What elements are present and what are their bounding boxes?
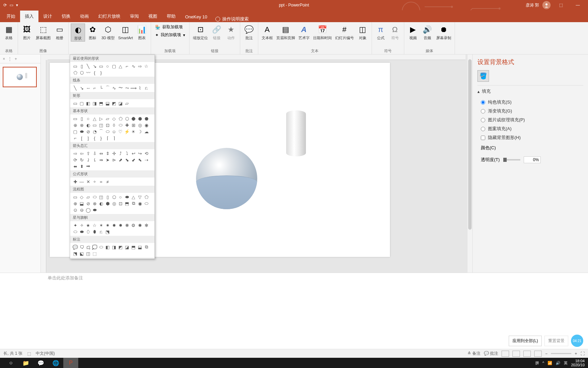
shape-b14[interactable]: ⊗ [79, 122, 85, 128]
link-button[interactable]: 🔗链接 [210, 24, 224, 41]
shape-c1[interactable]: 💬 [72, 244, 78, 250]
shape-b43[interactable]: ⌉ [111, 135, 117, 141]
shape-b15[interactable]: ◐ [85, 122, 91, 128]
shape-c4[interactable]: 💭 [92, 244, 98, 250]
shape-b37[interactable]: ⌐ [72, 135, 78, 141]
shape-s12[interactable]: ✻ [143, 222, 149, 228]
cylinder-shape[interactable] [286, 110, 306, 156]
tab-options-icon[interactable]: ⋮ [8, 57, 12, 61]
zoom-button[interactable]: ⊡缩放定位 [192, 24, 209, 41]
object-button[interactable]: ◫对象 [356, 24, 370, 41]
transparency-input[interactable] [524, 156, 541, 163]
tab-insert[interactable]: 插入 [20, 11, 38, 22]
screenshot-button[interactable]: ⬚屏幕截图 [34, 24, 52, 41]
shape-r2[interactable]: ▢ [79, 100, 85, 106]
shape-s1[interactable]: ✦ [72, 222, 78, 228]
present-icon[interactable]: ▭ [10, 3, 13, 7]
shape-c12[interactable]: ⧉ [143, 244, 149, 250]
shape-a25[interactable]: ⬌ [72, 163, 78, 169]
wifi-icon[interactable]: 📶 [548, 361, 552, 365]
shape-c9[interactable]: ◪ [124, 244, 130, 250]
shape-e5[interactable]: = [98, 179, 104, 185]
shape-freeform1[interactable]: ⬠ [72, 70, 78, 76]
shape-b21[interactable]: ✚ [124, 122, 130, 128]
shape-f27[interactable]: ◯ [85, 207, 91, 213]
shape-a6[interactable]: ⇕ [104, 150, 111, 156]
shape-curve[interactable]: ∿ [130, 63, 136, 69]
fit-window[interactable]: ⛶ [581, 351, 585, 356]
shape-curve1[interactable]: ⌒ [104, 85, 111, 91]
shape-f11[interactable]: ▽ [137, 194, 143, 200]
equation-button[interactable]: π公式 [374, 24, 388, 41]
get-addins-button[interactable]: 🏪获取加载项 [153, 24, 187, 31]
shape-f28[interactable]: ⬬ [92, 207, 98, 213]
shape-s13[interactable]: ⬭ [72, 229, 78, 235]
tab-start[interactable]: 开始 [2, 11, 20, 22]
fill-section-title[interactable]: ▴填充 [477, 88, 583, 94]
shape-s16[interactable]: ⬮ [92, 229, 98, 235]
shape-r4[interactable]: ◨ [92, 100, 98, 106]
shape-arrow-r[interactable]: ⇨ [137, 63, 143, 69]
pattern-fill-radio[interactable] [481, 127, 485, 131]
hide-bg-option[interactable]: 隐藏背景图形(H) [477, 133, 583, 142]
clock-date[interactable]: 2020/10 [571, 363, 585, 367]
shape-f9[interactable]: ⬬ [124, 194, 130, 200]
my-addins-button[interactable]: ✦我的加载项 ▾ [153, 31, 187, 39]
shape-rrect[interactable]: ▢ [111, 63, 117, 69]
shape-a23[interactable]: ⬉ [137, 157, 143, 163]
shape-c10[interactable]: ⬒ [130, 244, 136, 250]
shape-rect[interactable]: ▭ [98, 63, 104, 69]
shape-b16[interactable]: ▭ [92, 122, 98, 128]
shape-a20[interactable]: ⬈ [117, 157, 124, 163]
shape-r7[interactable]: ◩ [111, 100, 117, 106]
shape-vtextbox[interactable]: ▯ [79, 63, 85, 69]
powerpoint-icon[interactable]: P [63, 358, 78, 368]
shape-line1[interactable]: ╲ [72, 85, 78, 91]
wordart-button[interactable]: A艺术字 [297, 24, 311, 41]
shape-b26[interactable]: ⬬ [79, 128, 85, 135]
shape-b34[interactable]: ☀ [130, 128, 136, 135]
shape-f6[interactable]: ▯ [104, 194, 111, 200]
shape-f1[interactable]: ▭ [72, 194, 78, 200]
sphere-shape[interactable] [196, 148, 257, 209]
shape-tri[interactable]: △ [117, 63, 124, 69]
shape-b23[interactable]: ◎ [137, 122, 143, 128]
shape-a4[interactable]: ⇩ [92, 150, 98, 156]
tab-slideshow[interactable]: 幻灯片放映 [94, 11, 125, 22]
shape-f17[interactable]: ◐ [98, 200, 104, 206]
shape-f2[interactable]: ◇ [79, 194, 85, 200]
shape-c15[interactable]: ◫ [85, 250, 91, 257]
shape-f12[interactable]: ⬠ [143, 194, 149, 200]
shape-r1[interactable]: ▭ [72, 100, 78, 106]
shape-e3[interactable]: ✕ [85, 179, 91, 185]
shape-f16[interactable]: ⊗ [92, 200, 98, 206]
shape-s15[interactable]: ⬯ [85, 229, 91, 235]
shape-s2[interactable]: ✧ [79, 222, 85, 228]
solid-fill-radio[interactable] [481, 100, 485, 105]
shape-b6[interactable]: ▱ [104, 116, 111, 122]
notes-toggle[interactable]: ≙ 备注 [468, 351, 480, 356]
tab-animation[interactable]: 动画 [75, 11, 94, 22]
datetime-button[interactable]: 📅日期和时间 [312, 24, 333, 41]
shape-conn1[interactable]: ⤳ [124, 85, 130, 91]
comments-toggle[interactable]: 💬 批注 [484, 351, 498, 356]
shape-textbox[interactable]: ▭ [72, 63, 78, 69]
shape-s4[interactable]: ☆ [92, 222, 98, 228]
tray-up-icon[interactable]: ^ [542, 361, 544, 365]
shape-f3[interactable]: ▱ [85, 194, 91, 200]
shape-b35[interactable]: ☽ [137, 128, 143, 135]
shape-r6[interactable]: ⬓ [104, 100, 111, 106]
shape-b17[interactable]: ◫ [98, 122, 104, 128]
shape-r8[interactable]: ◪ [117, 100, 124, 106]
shape-a10[interactable]: ↩ [130, 150, 136, 156]
shape-b31[interactable]: ☺ [111, 128, 117, 135]
shape-b29[interactable]: ⌒ [98, 128, 104, 135]
tab-view[interactable]: 视图 [144, 11, 162, 22]
shape-s10[interactable]: ⚙ [130, 222, 136, 228]
shape-s7[interactable]: ✸ [111, 222, 117, 228]
close-tab-icon[interactable]: × [3, 57, 5, 61]
shape-line2[interactable]: ↘ [79, 85, 85, 91]
shape-b30[interactable]: ⬭ [104, 128, 111, 135]
zoom-out[interactable]: − [545, 351, 548, 356]
shape-s6[interactable]: ✷ [104, 222, 111, 228]
